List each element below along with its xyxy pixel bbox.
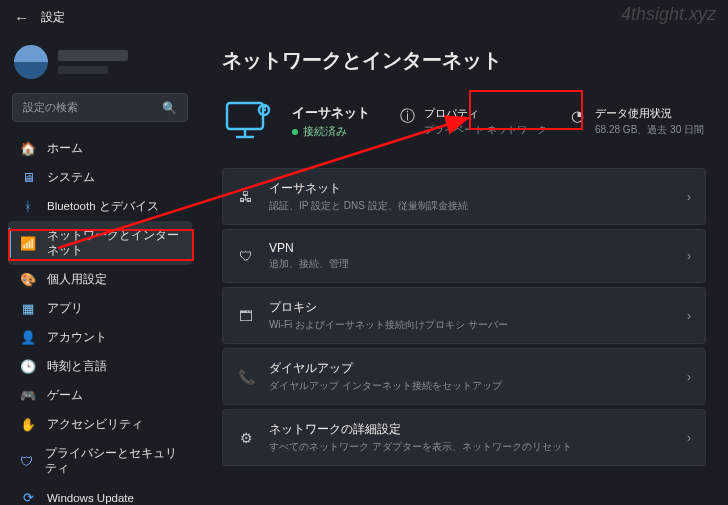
sidebar-item-label: システム	[47, 170, 95, 185]
data-usage-icon: ◔	[571, 107, 587, 125]
row-subtitle: すべてのネットワーク アダプターを表示、ネットワークのリセット	[269, 440, 673, 454]
sidebar-item-1[interactable]: 🖥システム	[8, 163, 192, 192]
sidebar-item-4[interactable]: 🎨個人用設定	[8, 265, 192, 294]
search-input[interactable]: 設定の検索 🔍	[12, 93, 188, 122]
row-title: イーサネット	[269, 180, 673, 197]
sidebar-item-label: プライバシーとセキュリティ	[45, 446, 180, 476]
sidebar-item-label: Windows Update	[47, 492, 134, 504]
connection-name: イーサネット	[292, 104, 370, 122]
status-dot-icon	[292, 129, 298, 135]
svg-rect-0	[227, 103, 263, 129]
titlebar: ← 設定	[0, 0, 728, 35]
chevron-right-icon: ›	[687, 431, 691, 445]
search-icon: 🔍	[162, 101, 177, 115]
sidebar-item-9[interactable]: ✋アクセシビリティ	[8, 410, 192, 439]
setting-row-2[interactable]: 🗔プロキシWi-Fi およびイーサネット接続向けプロキシ サーバー›	[222, 287, 706, 344]
sidebar-item-label: アカウント	[47, 330, 107, 345]
sidebar-item-label: ゲーム	[47, 388, 83, 403]
sidebar-item-label: ネットワークとインターネット	[47, 228, 180, 258]
avatar	[14, 45, 48, 79]
search-placeholder: 設定の検索	[23, 100, 78, 115]
row-icon: 🖧	[237, 189, 255, 205]
nav-icon: 🕒	[20, 359, 36, 374]
setting-row-1[interactable]: 🛡VPN追加、接続、管理›	[222, 229, 706, 283]
nav-icon: 🛡	[20, 454, 34, 469]
data-usage-subtitle: 68.28 GB、過去 30 日間	[595, 123, 704, 137]
sidebar-item-8[interactable]: 🎮ゲーム	[8, 381, 192, 410]
row-subtitle: 認証、IP 設定と DNS 設定、従量制課金接続	[269, 199, 673, 213]
nav-icon: ⟳	[20, 490, 36, 505]
properties-button[interactable]: ⓘ プロパティ プライベート ネットワーク	[400, 106, 547, 137]
row-subtitle: Wi-Fi およびイーサネット接続向けプロキシ サーバー	[269, 318, 673, 332]
setting-row-4[interactable]: ⚙ネットワークの詳細設定すべてのネットワーク アダプターを表示、ネットワークのリ…	[222, 409, 706, 466]
user-profile[interactable]	[8, 41, 192, 91]
row-icon: 🗔	[237, 308, 255, 324]
network-status-card: イーサネット 接続済み ⓘ プロパティ プライベート ネットワーク ◔	[222, 92, 706, 162]
sidebar-item-5[interactable]: ▦アプリ	[8, 294, 192, 323]
chevron-right-icon: ›	[687, 370, 691, 384]
nav-icon: ✋	[20, 417, 36, 432]
row-icon: ⚙	[237, 430, 255, 446]
sidebar-item-10[interactable]: 🛡プライバシーとセキュリティ	[8, 439, 192, 483]
user-sub-redacted	[58, 66, 108, 74]
nav-icon: 🎨	[20, 272, 36, 287]
sidebar-item-7[interactable]: 🕒時刻と言語	[8, 352, 192, 381]
row-icon: 📞	[237, 369, 255, 385]
sidebar-item-label: アクセシビリティ	[47, 417, 143, 432]
sidebar-item-0[interactable]: 🏠ホーム	[8, 134, 192, 163]
nav-icon: 🎮	[20, 388, 36, 403]
user-name-redacted	[58, 50, 128, 61]
row-title: プロキシ	[269, 299, 673, 316]
sidebar-item-label: 時刻と言語	[47, 359, 107, 374]
nav-icon: ᚼ	[20, 199, 36, 214]
info-icon: ⓘ	[400, 107, 416, 126]
main-content: ネットワークとインターネット イーサネット 接続済み	[200, 35, 728, 505]
data-usage-title: データ使用状況	[595, 106, 704, 121]
nav-icon: 👤	[20, 330, 36, 345]
connection-state: 接続済み	[292, 125, 370, 139]
data-usage-button[interactable]: ◔ データ使用状況 68.28 GB、過去 30 日間	[571, 106, 704, 137]
row-title: ダイヤルアップ	[269, 360, 673, 377]
monitor-icon	[224, 100, 272, 142]
row-title: VPN	[269, 241, 673, 255]
setting-row-0[interactable]: 🖧イーサネット認証、IP 設定と DNS 設定、従量制課金接続›	[222, 168, 706, 225]
page-title: ネットワークとインターネット	[222, 47, 706, 74]
settings-list: 🖧イーサネット認証、IP 設定と DNS 設定、従量制課金接続›🛡VPN追加、接…	[222, 168, 706, 466]
chevron-right-icon: ›	[687, 309, 691, 323]
sidebar-item-label: 個人用設定	[47, 272, 107, 287]
sidebar: 設定の検索 🔍 🏠ホーム🖥システムᚼBluetooth とデバイス📶ネットワーク…	[0, 35, 200, 505]
row-subtitle: ダイヤルアップ インターネット接続をセットアップ	[269, 379, 673, 393]
chevron-right-icon: ›	[687, 190, 691, 204]
back-icon[interactable]: ←	[14, 9, 29, 26]
nav-icon: 🖥	[20, 170, 36, 185]
properties-subtitle: プライベート ネットワーク	[424, 123, 547, 137]
row-icon: 🛡	[237, 248, 255, 264]
nav-icon: 🏠	[20, 141, 36, 156]
setting-row-3[interactable]: 📞ダイヤルアップダイヤルアップ インターネット接続をセットアップ›	[222, 348, 706, 405]
nav-icon: 📶	[20, 236, 36, 251]
chevron-right-icon: ›	[687, 249, 691, 263]
row-title: ネットワークの詳細設定	[269, 421, 673, 438]
sidebar-item-label: Bluetooth とデバイス	[47, 199, 159, 214]
sidebar-item-6[interactable]: 👤アカウント	[8, 323, 192, 352]
sidebar-item-3[interactable]: 📶ネットワークとインターネット	[8, 221, 192, 265]
row-subtitle: 追加、接続、管理	[269, 257, 673, 271]
window-title: 設定	[41, 9, 65, 26]
nav-icon: ▦	[20, 301, 36, 316]
sidebar-item-11[interactable]: ⟳Windows Update	[8, 483, 192, 505]
sidebar-item-label: ホーム	[47, 141, 83, 156]
sidebar-item-label: アプリ	[47, 301, 83, 316]
properties-title: プロパティ	[424, 106, 547, 121]
sidebar-item-2[interactable]: ᚼBluetooth とデバイス	[8, 192, 192, 221]
